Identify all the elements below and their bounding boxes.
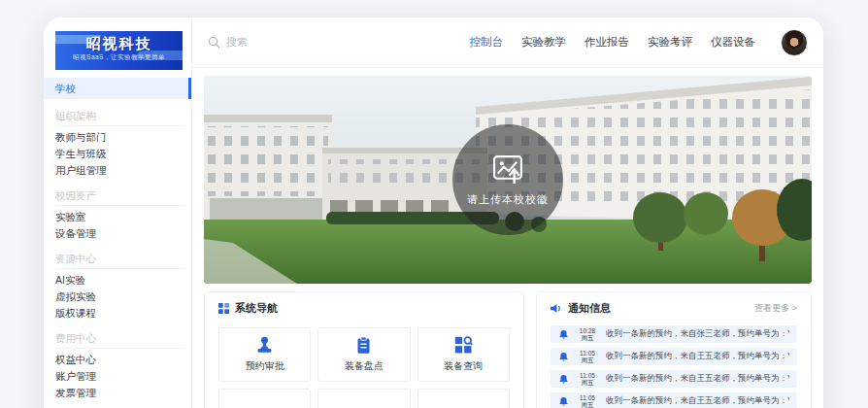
brand-name: 昭视科技 (55, 35, 183, 52)
notice-item[interactable]: 11:05 周五 收到一条新的预约，来自王五老师，预约单号为：Y-0056，请尽… (551, 392, 797, 408)
notice-item[interactable]: 11:05 周五 收到一条新的预约，来自王五老师，预约单号为：Y-0056，请尽… (551, 370, 797, 388)
upload-school-logo-button[interactable]: 请上传本校校徽 (452, 124, 563, 235)
nav-card-reservation-approval[interactable]: 预约审批 (218, 327, 311, 382)
sidebar-item-students-classes[interactable]: 学生与班级 (44, 146, 191, 162)
bottom-panels: 系统导航 预约审批 (204, 291, 812, 408)
clipboard-icon (354, 336, 373, 355)
sidebar-section-data-center: 数据中心 (44, 403, 191, 408)
sidebar-item-teachers-departments[interactable]: 教师与部门 (44, 129, 191, 146)
bell-icon (558, 396, 569, 407)
sidebar-item-benefits-center[interactable]: 权益中心 (44, 352, 191, 368)
notice-time: 11:05 周五 (576, 350, 599, 363)
brand-logo: 昭视科技 昭视SaaS，让实验教学更简单 (55, 31, 183, 70)
notice-text: 收到一条新的预约，来自王五老师，预约单号为：Y-0056，请尽快处理。 (606, 351, 789, 362)
bell-icon (558, 374, 569, 385)
topbar: 搜索 控制台 实验教学 作业报告 实验考评 仪器设备 (192, 17, 823, 68)
search-icon (208, 36, 220, 49)
nav-console[interactable]: 控制台 (470, 35, 504, 50)
sidebar-item-virtual-experiment[interactable]: 虚拟实验 (44, 289, 191, 305)
search-placeholder: 搜索 (226, 35, 248, 50)
system-nav-header: 系统导航 (218, 301, 510, 316)
notice-list: 10:28 周五 收到一条新的预约，来自张三老师，预约单号为：Y-0044，请尽… (551, 325, 797, 408)
grid-icon (218, 303, 229, 314)
device-search-icon (454, 336, 473, 355)
nav-experiment-teaching[interactable]: 实验教学 (521, 35, 566, 50)
stamp-icon (255, 336, 274, 355)
notice-time: 10:28 周五 (576, 327, 599, 341)
nav-card-label: 装备盘点 (345, 359, 384, 373)
notice-panel: 通知信息 查看更多 > 10:28 周五 (536, 291, 812, 408)
sidebar: 昭视科技 昭视SaaS，让实验教学更简单 学校 组织架构 教师与部门 学生与班级… (44, 17, 192, 408)
sidebar-section-resource-center: 资源中心 (44, 244, 191, 265)
notice-text: 收到一条新的预约，来自张三老师，预约单号为：Y-0044，请尽快处理。 (606, 328, 789, 340)
sidebar-item-user-groups[interactable]: 用户组管理 (44, 162, 191, 179)
search-input[interactable]: 搜索 (208, 35, 383, 50)
view-more-link[interactable]: 查看更多 > (754, 302, 797, 315)
bell-icon (558, 329, 569, 340)
sidebar-item-equipment-management[interactable]: 设备管理 (44, 225, 191, 242)
notice-time: 11:05 周五 (576, 372, 599, 386)
sidebar-item-ai-experiment[interactable]: AI实验 (44, 272, 191, 289)
system-nav-panel: 系统导航 预约审批 (204, 291, 524, 408)
bell-icon (558, 352, 569, 362)
nav-card-hidden-1[interactable] (218, 389, 311, 408)
nav-card-label: 装备查询 (444, 359, 483, 373)
user-avatar[interactable] (781, 29, 808, 56)
sidebar-section-campus-assets: 校园资产 (44, 181, 191, 202)
system-nav-title: 系统导航 (235, 301, 278, 316)
nav-card-hidden-2[interactable] (317, 389, 410, 408)
sidebar-menu: 学校 组织架构 教师与部门 学生与班级 用户组管理 校园资产 实验室 设备管理 … (44, 78, 191, 408)
sidebar-item-labs[interactable]: 实验室 (44, 209, 191, 225)
speaker-icon (551, 303, 562, 314)
notice-time: 11:05 周五 (576, 394, 599, 408)
nav-card-label: 预约审批 (246, 359, 284, 373)
system-nav-cards: 预约审批 装备盘点 (218, 327, 510, 408)
nav-card-equipment-search[interactable]: 装备查询 (417, 327, 510, 382)
upload-school-logo-label: 请上传本校校徽 (467, 192, 549, 207)
nav-experiment-assessment[interactable]: 实验考评 (648, 35, 692, 50)
sidebar-item-invoice-management[interactable]: 发票管理 (44, 385, 191, 401)
sidebar-item-licensed-courses[interactable]: 版权课程 (44, 305, 191, 322)
main-area: 搜索 控制台 实验教学 作业报告 实验考评 仪器设备 (192, 17, 823, 408)
image-upload-icon (492, 153, 523, 186)
sidebar-item-school[interactable]: 学校 (44, 78, 191, 99)
content-area: 请上传本校校徽 系统导航 (192, 68, 823, 408)
nav-homework-report[interactable]: 作业报告 (584, 35, 629, 50)
top-navigation: 控制台 实验教学 作业报告 实验考评 仪器设备 (470, 35, 756, 50)
notice-item[interactable]: 10:28 周五 收到一条新的预约，来自张三老师，预约单号为：Y-0044，请尽… (551, 325, 797, 343)
sidebar-item-account-management[interactable]: 账户管理 (44, 368, 191, 385)
notice-text: 收到一条新的预约，来自王五老师，预约单号为：Y-0056，请尽快处理。 (606, 373, 789, 385)
brand-tagline: 昭视SaaS，让实验教学更简单 (55, 52, 183, 62)
nav-card-equipment-inventory[interactable]: 装备盘点 (317, 327, 410, 382)
school-banner: 请上传本校校徽 (204, 76, 812, 284)
sidebar-section-organization: 组织架构 (44, 101, 191, 122)
notice-text: 收到一条新的预约，来自王五老师，预约单号为：Y-0056，请尽快处理。 (606, 395, 789, 407)
notice-item[interactable]: 11:05 周五 收到一条新的预约，来自王五老师，预约单号为：Y-0056，请尽… (551, 348, 797, 365)
nav-card-hidden-3[interactable] (417, 389, 510, 408)
nav-instruments[interactable]: 仪器设备 (711, 35, 755, 50)
notice-header: 通知信息 查看更多 > (551, 301, 797, 316)
app-window: 昭视科技 昭视SaaS，让实验教学更简单 学校 组织架构 教师与部门 学生与班级… (44, 17, 823, 408)
notice-title: 通知信息 (568, 301, 611, 316)
sidebar-section-billing-center: 费用中心 (44, 323, 191, 345)
